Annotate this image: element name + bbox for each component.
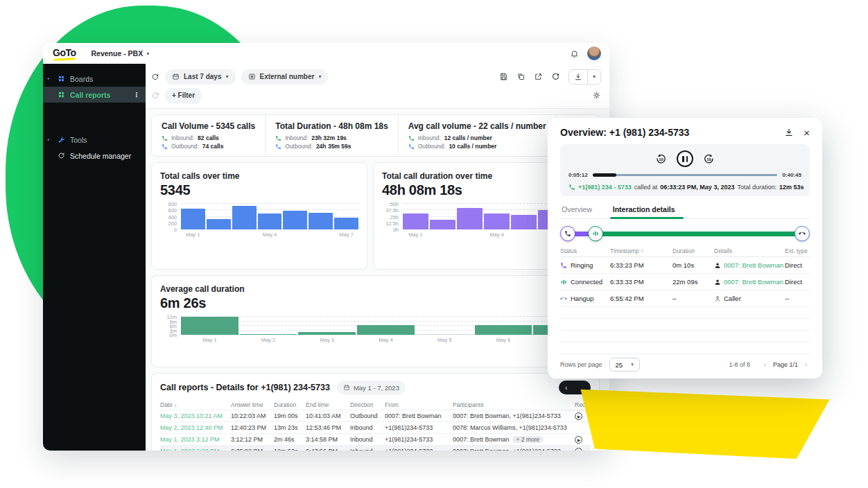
x-tick-label: May 4 (484, 232, 510, 263)
caller-number-link[interactable]: +1(981) 234 - 5733 (578, 184, 632, 191)
interaction-row-ringing[interactable]: Ringing 6:33:23 PM 0m 10s 0007: Brett Bo… (560, 257, 810, 274)
call-duration: 12m 53s (779, 184, 804, 191)
play-recording-icon[interactable]: ▶ (575, 412, 582, 420)
rows-per-page-select[interactable]: 25 ▾ (609, 358, 640, 372)
gear-icon[interactable] (592, 91, 601, 100)
workspace-selector[interactable]: Revenue - PBX ▾ (92, 49, 150, 58)
page-prev-icon[interactable]: ‹ (761, 361, 769, 368)
date-link[interactable]: May 3, 2023 10:21 AM (160, 412, 231, 419)
toolbar: Last 7 days ▾ External number ▾ (146, 64, 609, 109)
outbound-label: Outbound: (285, 143, 313, 150)
inbound-value: 82 calls (198, 134, 219, 141)
date-link[interactable]: May 1, 2023 3:12 PM (160, 436, 231, 443)
column-from[interactable]: From (385, 401, 453, 408)
table-row[interactable]: May 2, 2023 12:40 PM 12:40:23 PM 13m 23s… (160, 421, 591, 433)
close-icon[interactable]: × (804, 128, 810, 138)
column-duration[interactable]: Duration (672, 247, 714, 254)
bar (283, 211, 307, 229)
export-icon[interactable] (534, 72, 543, 81)
outbound-value: 24h 35m 59s (316, 143, 351, 150)
refresh-icon-secondary[interactable] (151, 92, 159, 100)
interaction-row-hangup[interactable]: Hangup 6:55:42 PM – Caller -- (560, 290, 810, 307)
download-button[interactable] (569, 70, 587, 84)
sort-desc-icon: ↓ (174, 401, 177, 408)
column-details[interactable]: Details (714, 247, 785, 254)
progress-bar[interactable] (593, 174, 778, 176)
scope-filter[interactable]: External number ▾ (241, 69, 329, 85)
sidebar-item-call-reports[interactable]: Call reports ⋮ (43, 87, 146, 103)
timeline-node-connected[interactable] (588, 226, 603, 241)
pause-button[interactable] (677, 150, 693, 167)
download-icon[interactable] (784, 128, 794, 137)
y-axis: 0200400600800 (160, 204, 181, 229)
tab-overview[interactable]: Overview (560, 204, 593, 218)
y-tick-label: 12.5h (385, 220, 399, 226)
column-direction[interactable]: Direction (350, 401, 385, 408)
empty-row (560, 331, 810, 342)
workspace-name: Revenue - PBX (92, 49, 144, 58)
total-time: 0:40:45 (782, 172, 801, 178)
chart-total-value: 5345 (160, 182, 358, 198)
table-date-range-chip[interactable]: May 1 - 7, 2023 (337, 381, 406, 394)
play-recording-icon[interactable]: ▶ (575, 448, 582, 451)
expander-icon[interactable]: ▾ (47, 137, 53, 143)
ringing-icon (560, 262, 567, 269)
overview-panel: Overview: +1 (981) 234-5733 × 0:05:12 0:… (548, 118, 822, 378)
column-ext-type[interactable]: Ext. type (785, 247, 810, 254)
inbound-call-icon (162, 135, 168, 141)
x-tick-label: May 1 (403, 232, 428, 263)
column-status[interactable]: Status (560, 247, 610, 254)
inbound-label: Inbound: (171, 134, 194, 141)
person-outline-icon (714, 295, 721, 302)
column-timestamp[interactable]: Timestamp ↑ (610, 247, 672, 254)
table-row-selected[interactable]: May 1, 2023 6:33 PM 6:35:03 PM 12m 53s 6… (160, 445, 591, 451)
download-options-chevron[interactable]: ▾ (587, 70, 600, 84)
notifications-bell-icon[interactable] (570, 49, 579, 58)
duplicate-icon[interactable] (517, 72, 526, 81)
page-next-icon[interactable]: › (802, 361, 810, 368)
sidebar-item-tools[interactable]: ▾ Tools (43, 132, 146, 148)
bar (258, 214, 282, 229)
history-icon[interactable] (551, 72, 560, 81)
bar (403, 214, 428, 229)
sidebar-item-boards[interactable]: ▾ Boards (43, 71, 146, 87)
extension-link[interactable]: 0007: Brett Bowman (724, 278, 783, 286)
inbound-value: 23h 32m 19s (311, 134, 347, 141)
download-split-button: ▾ (568, 69, 601, 85)
chevron-down-icon: ▾ (318, 73, 321, 80)
y-tick-label: 0h (393, 227, 399, 233)
add-filter-button[interactable]: + Filter (165, 88, 202, 103)
bar-plot (181, 204, 358, 229)
tab-interaction-details[interactable]: Interaction details (611, 204, 677, 218)
column-end-time[interactable]: End time (306, 401, 350, 408)
column-participants[interactable]: Participants (453, 401, 575, 408)
play-recording-icon[interactable]: ▶ (575, 436, 582, 444)
skip-back-10-icon[interactable] (655, 153, 667, 165)
y-tick-label: 37.5h (385, 207, 399, 214)
stat-avg-call-volume: Avg call volume - 22 calls / number Inbo… (398, 115, 556, 156)
extension-link[interactable]: 0007: Brett Bowman (724, 261, 783, 269)
skip-forward-10-icon[interactable] (703, 153, 715, 165)
table-row[interactable]: May 3, 2023 10:21 AM 10:22:03 AM 19m 00s… (160, 410, 591, 421)
more-participants-chip[interactable]: + 2 more (512, 436, 544, 443)
user-avatar[interactable] (587, 46, 601, 60)
column-duration[interactable]: Duration (274, 401, 306, 408)
date-link[interactable]: May 2, 2023 12:40 PM (160, 424, 231, 431)
interaction-row-connected[interactable]: Connected 6:33:33 PM 22m 09s 0007: Brett… (560, 274, 810, 290)
timeline-node-hangup[interactable] (795, 226, 810, 241)
overflow-menu-icon[interactable]: ⋮ (133, 91, 140, 98)
table-row[interactable]: May 1, 2023 3:12 PM 3:12:12 PM 2m 46s 3:… (160, 433, 591, 445)
refresh-icon[interactable] (151, 73, 159, 81)
decor-yellow-shape (574, 373, 839, 464)
x-tick-label: May 3 (298, 337, 356, 361)
date-link[interactable]: May 1, 2023 6:33 PM (160, 448, 231, 451)
column-answer-time[interactable]: Answer time (231, 401, 274, 408)
sidebar-item-schedule-manager[interactable]: Schedule manager (43, 148, 146, 164)
add-filter-label: + Filter (172, 92, 195, 99)
save-icon[interactable] (499, 72, 508, 81)
timeline-node-ringing[interactable] (560, 226, 575, 241)
date-range-filter[interactable]: Last 7 days ▾ (165, 69, 236, 85)
column-date[interactable]: Date ↓ (160, 401, 231, 408)
bar (357, 325, 415, 335)
expander-icon[interactable]: ▾ (47, 76, 53, 82)
